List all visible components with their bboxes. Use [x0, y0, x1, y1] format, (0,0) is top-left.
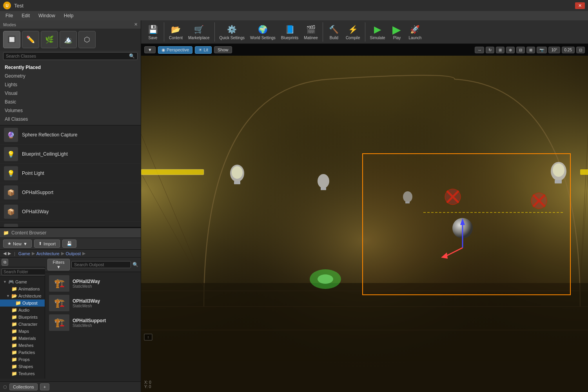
category-lights[interactable]: Lights: [0, 80, 141, 89]
placed-item-point-light[interactable]: 💡 Point Light: [0, 164, 141, 183]
nav-back-btn[interactable]: ◀: [3, 251, 6, 256]
menu-edit[interactable]: Edit: [18, 12, 34, 19]
menu-file[interactable]: File: [2, 12, 17, 19]
category-visual[interactable]: Visual: [0, 89, 141, 98]
tree-audio[interactable]: 📁 Audio: [0, 307, 45, 314]
play-button[interactable]: ▶ Play: [388, 22, 405, 42]
svg-line-11: [580, 134, 588, 283]
grid-size-btn[interactable]: 10°: [548, 47, 560, 53]
snap-btn[interactable]: ⊟: [516, 47, 525, 53]
lit-btn[interactable]: ☀ Lit: [195, 46, 212, 54]
menu-help[interactable]: Help: [60, 12, 78, 19]
breadcrumb-outpost[interactable]: Outpost: [66, 251, 81, 256]
compile-button[interactable]: ⚡ Compile: [343, 22, 363, 42]
viewport-options-btn[interactable]: ▼: [144, 46, 156, 53]
show-btn[interactable]: Show: [214, 46, 232, 53]
placed-list: 🔮 Sphere Reflection Capture 💡 Blueprint_…: [0, 125, 141, 227]
tree-game[interactable]: ▼ 🎮 Game: [0, 278, 45, 285]
category-all-classes[interactable]: All Classes: [0, 115, 141, 123]
tree-shapes[interactable]: 📁 Shapes: [0, 363, 45, 370]
asset-ophall3way[interactable]: 🏗️ OPHall3Way StaticMesh: [47, 293, 139, 313]
toolbar-settings-group: ⚙️ Quick Settings 🌍 World Settings 📘 Blu…: [217, 22, 323, 42]
cb-save-icon: 💾: [67, 241, 72, 246]
cb-import-button[interactable]: ⬆ Import: [34, 240, 60, 248]
svg-point-23: [403, 191, 412, 202]
geometry-mode-btn[interactable]: ⬡: [78, 31, 96, 48]
svg-line-37: [447, 248, 463, 256]
svg-line-10: [141, 173, 204, 287]
launch-icon: 🚀: [410, 24, 421, 35]
tree-meshes[interactable]: 📁 Meshes: [0, 342, 45, 349]
paint-mode-btn[interactable]: ✏️: [22, 31, 39, 48]
placed-item-wall-sconce[interactable]: 🔦 Blueprint_WallSconce: [0, 221, 141, 227]
category-volumes[interactable]: Volumes: [0, 106, 141, 115]
landscape-mode-btn[interactable]: 🏔️: [60, 31, 77, 48]
grid-btn[interactable]: ⊠: [526, 47, 535, 53]
save-button[interactable]: 💾 Save: [144, 22, 162, 42]
translate-btn[interactable]: ↔: [475, 47, 484, 53]
filters-button[interactable]: Filters ▼: [47, 259, 70, 270]
tree-animations[interactable]: 📁 Animations: [0, 285, 45, 292]
category-geometry[interactable]: Geometry: [0, 72, 141, 80]
3d-scene: ↑ X: 0 Y: 0: [141, 56, 588, 392]
nav-forward-btn[interactable]: ▶: [8, 251, 11, 256]
place-mode-btn[interactable]: 🔲: [3, 31, 20, 48]
close-button[interactable]: ✕: [575, 2, 585, 9]
cb-breadcrumb: ◀ ▶ | Game ▶ Architecture ▶ Outpost ▶: [0, 250, 141, 258]
tree-outpost[interactable]: 📁 Outpost: [0, 299, 45, 307]
tree-blueprints[interactable]: 📁 Blueprints: [0, 314, 45, 321]
matinee-button[interactable]: 🎬 Matinee: [301, 22, 320, 42]
cb-save-button[interactable]: 💾: [62, 240, 76, 248]
quick-settings-icon: ⚙️: [227, 24, 238, 35]
cb-title: Content Browser: [11, 230, 46, 236]
svg-rect-4: [141, 56, 588, 392]
tree-character[interactable]: 📁 Character: [0, 321, 45, 328]
lit-icon: ☀: [198, 47, 202, 53]
rotate-btn[interactable]: ↻: [486, 47, 494, 53]
folder-tree-icon[interactable]: ⧉: [2, 259, 8, 266]
foliage-mode-btn[interactable]: 🌿: [41, 31, 58, 48]
add-collection-button[interactable]: +: [40, 383, 49, 390]
blueprints-button[interactable]: 📘 Blueprints: [279, 22, 301, 42]
asset-ophallsupport[interactable]: 🏗️ OPHallSupport StaticMesh: [47, 313, 139, 332]
collections-button[interactable]: Collections: [9, 383, 38, 390]
tree-materials[interactable]: 📁 Materials: [0, 335, 45, 342]
placed-item-ceiling-light[interactable]: 💡 Blueprint_CeilingLight: [0, 145, 141, 164]
breadcrumb-game[interactable]: Game: [18, 251, 30, 256]
tree-props[interactable]: 📁 Props: [0, 356, 45, 363]
perspective-btn[interactable]: ◉ Perspective: [158, 46, 192, 54]
scale-btn[interactable]: ⊞: [496, 47, 505, 53]
placed-item-ophallsupport[interactable]: 📦 OPHallSupport: [0, 183, 141, 202]
simulate-button[interactable]: ▶ Simulate: [368, 22, 388, 42]
ophall3way-label: OPHall3Way: [22, 209, 49, 214]
svg-point-21: [318, 174, 329, 188]
svg-point-33: [531, 193, 547, 209]
modes-close[interactable]: ✕: [134, 22, 138, 27]
content-search-input[interactable]: [71, 261, 131, 268]
quick-settings-button[interactable]: ⚙️ Quick Settings: [217, 22, 247, 42]
menu-window[interactable]: Window: [34, 12, 59, 19]
content-button[interactable]: 📂 Content: [167, 22, 185, 42]
build-button[interactable]: 🔨 Build: [325, 22, 343, 42]
tree-maps[interactable]: 📁 Maps: [0, 328, 45, 335]
right-panel: 💾 Save 📂 Content 🛒 Marketplace ⚙️ Quick …: [141, 20, 588, 392]
world-local-btn[interactable]: ⊕: [506, 47, 515, 53]
breadcrumb-architecture[interactable]: Architecture: [36, 251, 60, 256]
world-settings-button[interactable]: 🌍 World Settings: [248, 22, 278, 42]
tree-particles[interactable]: 📁 Particles: [0, 349, 45, 356]
category-basic[interactable]: Basic: [0, 98, 141, 106]
placed-item-ophall3way[interactable]: 📦 OPHall3Way: [0, 202, 141, 221]
search-classes-input[interactable]: [6, 54, 129, 58]
maximize-btn[interactable]: ⊡: [576, 47, 585, 53]
launch-button[interactable]: 🚀 Launch: [406, 22, 424, 42]
category-recently-placed[interactable]: Recently Placed: [0, 63, 141, 72]
asset-ophall2way[interactable]: 🏗️ OPHall2Way StaticMesh: [47, 274, 139, 293]
camera-speed-btn[interactable]: 📷: [537, 47, 547, 53]
viewport[interactable]: ▼ ◉ Perspective ☀ Lit Show ↔ ↻ ⊞ ⊕ ⊟ ⊠: [141, 44, 588, 392]
tree-architecture[interactable]: ▼ 📂 Architecture: [0, 292, 45, 299]
snap-value-btn[interactable]: 0.25: [562, 47, 575, 53]
placed-item-sphere-reflection[interactable]: 🔮 Sphere Reflection Capture: [0, 125, 141, 145]
cb-new-button[interactable]: ★ New ▼: [3, 240, 32, 248]
tree-textures[interactable]: 📁 Textures: [0, 370, 45, 377]
marketplace-button[interactable]: 🛒 Marketplace: [186, 22, 212, 42]
